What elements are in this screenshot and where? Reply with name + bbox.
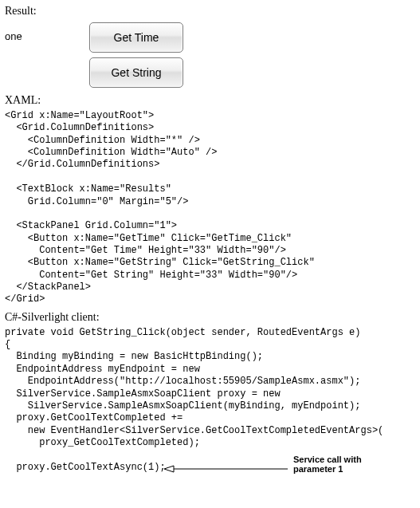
result-label: Result: bbox=[5, 5, 415, 18]
csharp-code-block: private void GetString_Click(object send… bbox=[5, 327, 415, 474]
xaml-label: XAML: bbox=[5, 94, 415, 107]
csharp-wrap: private void GetString_Click(object send… bbox=[5, 327, 415, 474]
get-string-button[interactable]: Get String bbox=[89, 57, 183, 88]
button-stack: Get Time Get String bbox=[89, 22, 183, 88]
annotation-note: Service call with parameter 1 bbox=[293, 455, 381, 475]
get-time-button[interactable]: Get Time bbox=[89, 22, 183, 53]
xaml-code-block: <Grid x:Name="LayoutRoot"> <Grid.ColumnD… bbox=[5, 110, 415, 306]
csharp-label: C#-Silverlight client: bbox=[5, 311, 415, 324]
result-text: one bbox=[5, 22, 84, 42]
result-row: one Get Time Get String bbox=[5, 22, 415, 88]
